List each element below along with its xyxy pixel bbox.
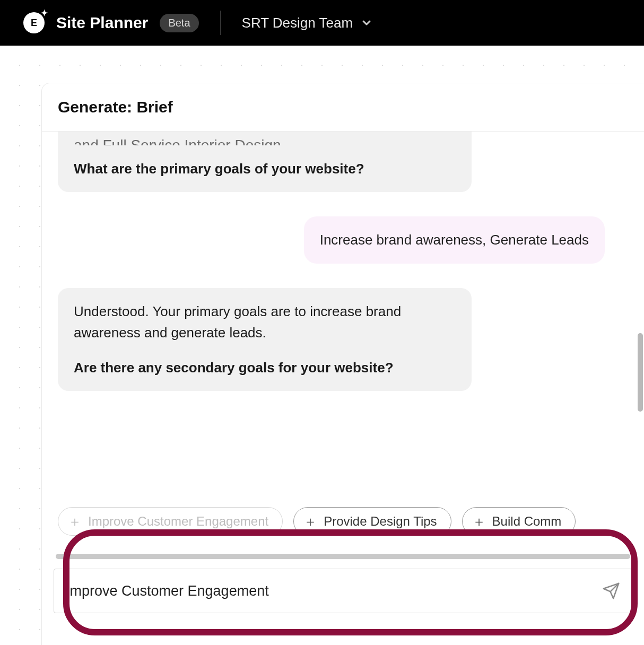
send-button[interactable] [602,582,620,600]
app-logo-icon: E [23,12,45,33]
plus-icon: ＋ [472,515,486,528]
divider [220,11,221,35]
suggestion-chip-selected[interactable]: ＋ Improve Customer Engagement [58,507,283,536]
app-title: Site Planner [56,14,148,32]
ai-message-question: What are the primary goals of your websi… [74,161,364,177]
ai-message: and Full Service Interior Design. What a… [58,132,472,192]
team-dropdown[interactable]: SRT Design Team [242,15,373,31]
chevron-down-icon [360,16,373,29]
ai-message-text: Understood. Your primary goals are to in… [74,301,456,344]
input-area [46,546,640,645]
beta-badge: Beta [160,14,198,32]
plus-icon: ＋ [303,515,317,528]
send-icon [602,582,620,600]
user-message: Increase brand awareness, Generate Leads [304,216,605,263]
canvas-area: Generate: Brief and Full Service Interio… [0,46,644,645]
chip-label: Provide Design Tips [324,514,437,529]
chip-label: Improve Customer Engagement [88,514,268,529]
top-bar: E Site Planner Beta SRT Design Team [0,0,644,46]
scrollbar-thumb[interactable] [638,333,643,412]
logo-letter: E [31,18,37,29]
panel-title: Generate: Brief [42,83,644,132]
chip-label: Build Comm [492,514,562,529]
ai-message-question: Are there any secondary goals for your w… [74,360,394,376]
plus-icon: ＋ [68,515,82,528]
suggestion-chip[interactable]: ＋ Provide Design Tips [293,507,451,536]
chat-input-box[interactable] [54,569,632,613]
ai-message-text-clipped: and Full Service Interior Design. [74,134,456,145]
user-message-text: Increase brand awareness, Generate Leads [320,232,589,248]
ai-message: Understood. Your primary goals are to in… [58,288,472,391]
chat-input[interactable] [66,583,594,599]
generate-panel: Generate: Brief and Full Service Interio… [41,83,644,645]
horizontal-scroll-hint[interactable] [56,554,630,559]
chat-scroll-area[interactable]: and Full Service Interior Design. What a… [42,132,644,498]
suggestion-chips-row: ＋ Improve Customer Engagement ＋ Provide … [42,507,644,536]
suggestion-chip[interactable]: ＋ Build Comm [462,507,576,536]
team-name: SRT Design Team [242,15,353,31]
